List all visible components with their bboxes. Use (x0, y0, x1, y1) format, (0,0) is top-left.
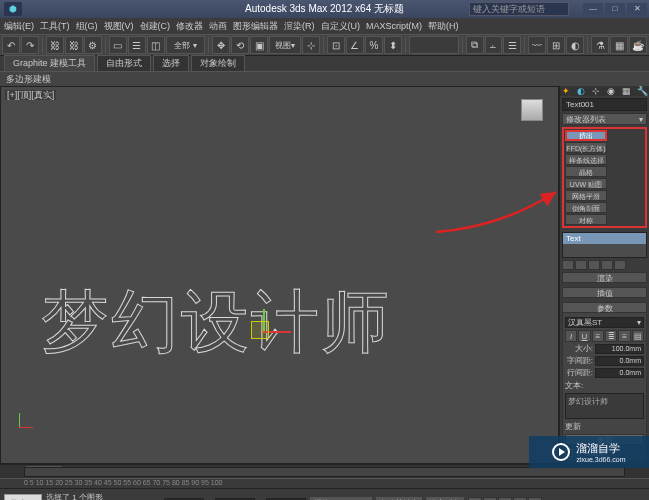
angle-snap-button[interactable]: ∠ (346, 36, 364, 54)
prev-frame-button[interactable]: ◂ (483, 497, 497, 501)
viewport-label[interactable]: [+][顶][真实] (5, 89, 56, 102)
minimize-button[interactable]: — (583, 3, 603, 15)
tab-motion-icon[interactable]: ◉ (607, 86, 617, 96)
modifier-list-dropdown[interactable]: 修改器列表▾ (562, 113, 647, 125)
named-sel-dropdown[interactable] (409, 36, 459, 54)
show-end-result-button[interactable] (575, 260, 587, 270)
app-logo: ⬢ (4, 2, 22, 16)
render-frame-button[interactable]: ▦ (610, 36, 628, 54)
modifier-lattice-button[interactable]: 晶格 (565, 166, 607, 177)
rollout-parameters-header[interactable]: 参数 (562, 302, 647, 313)
pin-stack-button[interactable] (562, 260, 574, 270)
curve-editor-button[interactable]: 〰 (528, 36, 546, 54)
menu-group[interactable]: 组(G) (76, 20, 98, 33)
size-spinner[interactable]: 100.0mm (595, 344, 644, 354)
tab-modify-icon[interactable]: ◐ (577, 86, 587, 96)
ribbon-tabs: Graphite 建模工具 自由形式 选择 对象绘制 (0, 56, 649, 72)
align-button[interactable]: ⫠ (485, 36, 503, 54)
menu-rendering[interactable]: 渲染(R) (284, 20, 315, 33)
menu-tools[interactable]: 工具(T) (40, 20, 70, 33)
viewport-text-object[interactable]: 梦幻设计师 (41, 277, 391, 368)
kerning-spinner[interactable]: 0.0mm (595, 356, 644, 366)
unlink-button[interactable]: ⛓ (65, 36, 83, 54)
rollout-interpolation-header[interactable]: 插值 (562, 287, 647, 298)
schematic-button[interactable]: ⊞ (547, 36, 565, 54)
time-slider-track[interactable] (24, 467, 625, 477)
modifier-meshsmooth-button[interactable]: 网格平滑 (565, 190, 607, 201)
remove-modifier-button[interactable] (601, 260, 613, 270)
filter-dropdown[interactable]: 全部 ▾ (166, 36, 206, 54)
ribbon-tab-graphite[interactable]: Graphite 建模工具 (4, 55, 95, 71)
render-setup-button[interactable]: ⚗ (591, 36, 609, 54)
configure-sets-button[interactable] (614, 260, 626, 270)
move-button[interactable]: ✥ (212, 36, 230, 54)
transform-gizmo[interactable] (241, 309, 291, 359)
goto-start-button[interactable]: ⏮ (468, 497, 482, 501)
modifier-spline-select-button[interactable]: 样条线选择 (565, 154, 607, 165)
menu-modifiers[interactable]: 修改器 (176, 20, 203, 33)
scale-button[interactable]: ▣ (250, 36, 268, 54)
ribbon-tab-paint[interactable]: 对象绘制 (191, 55, 245, 71)
menu-create[interactable]: 创建(C) (140, 20, 171, 33)
menu-help[interactable]: 帮助(H) (428, 20, 459, 33)
object-name-field[interactable]: Text001 (562, 98, 647, 111)
menu-graph-editors[interactable]: 图形编辑器 (233, 20, 278, 33)
italic-button[interactable]: I (565, 330, 577, 342)
redo-button[interactable]: ↷ (21, 36, 39, 54)
align-left-button[interactable]: ≡ (592, 330, 604, 342)
spinner-snap-button[interactable]: ⬍ (384, 36, 402, 54)
goto-end-button[interactable]: ⏭ (528, 497, 542, 501)
select-name-button[interactable]: ☰ (128, 36, 146, 54)
ref-coord-dropdown[interactable]: 视图▾ (269, 36, 301, 54)
tab-utilities-icon[interactable]: 🔧 (637, 86, 647, 96)
make-unique-button[interactable] (588, 260, 600, 270)
ribbon-tab-freeform[interactable]: 自由形式 (97, 55, 151, 71)
tab-display-icon[interactable]: ▦ (622, 86, 632, 96)
rollout-rendering-header[interactable]: 渲染 (562, 272, 647, 283)
align-center-button[interactable]: ≣ (605, 330, 617, 342)
search-input[interactable]: 键入关键字或短语 (469, 2, 569, 16)
play-button[interactable]: ▶ (498, 497, 512, 501)
next-frame-button[interactable]: ▸ (513, 497, 527, 501)
layer-button[interactable]: ☰ (503, 36, 521, 54)
leading-spinner[interactable]: 0.0mm (595, 368, 644, 378)
tab-hierarchy-icon[interactable]: ⊹ (592, 86, 602, 96)
menu-customize[interactable]: 自定义(U) (321, 20, 361, 33)
menu-animation[interactable]: 动画 (209, 20, 227, 33)
modifier-uvw-button[interactable]: UVW 贴图 (565, 178, 607, 189)
rotate-button[interactable]: ⟲ (231, 36, 249, 54)
link-button[interactable]: ⛓ (46, 36, 64, 54)
select-region-button[interactable]: ◫ (147, 36, 165, 54)
stack-item-text[interactable]: Text (563, 233, 646, 244)
maxscript-listener-button[interactable]: 脚本… (4, 494, 42, 501)
font-dropdown[interactable]: 汉真黑ST▾ (565, 317, 644, 328)
menu-maxscript[interactable]: MAXScript(M) (366, 21, 422, 31)
bind-button[interactable]: ⚙ (84, 36, 102, 54)
ribbon-tab-selection[interactable]: 选择 (153, 55, 189, 71)
align-right-button[interactable]: ≡ (618, 330, 630, 342)
mirror-button[interactable]: ⧉ (466, 36, 484, 54)
viewport[interactable]: [+][顶][真实] 梦幻设计师 (0, 86, 559, 464)
select-button[interactable]: ▭ (109, 36, 127, 54)
tab-create-icon[interactable]: ✦ (562, 86, 572, 96)
snap-button[interactable]: ⊡ (327, 36, 345, 54)
material-editor-button[interactable]: ◐ (566, 36, 584, 54)
close-button[interactable]: ✕ (627, 3, 647, 15)
viewcube[interactable] (514, 95, 550, 131)
undo-button[interactable]: ↶ (2, 36, 20, 54)
percent-snap-button[interactable]: % (365, 36, 383, 54)
pivot-button[interactable]: ⊹ (302, 36, 320, 54)
restore-button[interactable]: □ (605, 3, 625, 15)
modifier-ffd-button[interactable]: FFD(长方体) (565, 142, 607, 153)
menu-edit[interactable]: 编辑(E) (4, 20, 34, 33)
track-bar[interactable]: 0 5 10 15 20 25 30 35 40 45 50 55 60 65 … (0, 478, 649, 488)
underline-button[interactable]: U (578, 330, 590, 342)
modifier-bevel-profile-button[interactable]: 倒角剖面 (565, 202, 607, 213)
menu-view[interactable]: 视图(V) (104, 20, 134, 33)
modifier-extrude-button[interactable]: 挤出 (565, 130, 607, 141)
render-button[interactable]: ☕ (629, 36, 647, 54)
modifier-symmetry-button[interactable]: 对称 (565, 214, 607, 225)
text-input[interactable]: 梦幻设计师 (565, 393, 644, 419)
justify-button[interactable]: ▤ (632, 330, 644, 342)
modifier-stack[interactable]: Text (562, 232, 647, 258)
